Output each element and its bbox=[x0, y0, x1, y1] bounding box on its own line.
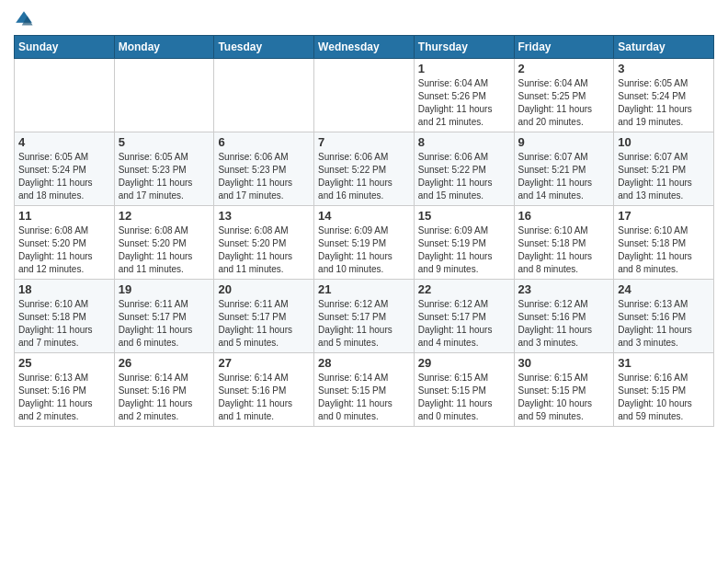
day-info: Sunrise: 6:15 AM Sunset: 5:15 PM Dayligh… bbox=[418, 372, 510, 423]
calendar-cell: 16Sunrise: 6:10 AM Sunset: 5:18 PM Dayli… bbox=[514, 206, 614, 280]
day-number: 2 bbox=[518, 62, 610, 75]
day-info: Sunrise: 6:14 AM Sunset: 5:16 PM Dayligh… bbox=[218, 372, 310, 423]
weekday-header: Monday bbox=[114, 36, 214, 59]
day-number: 4 bbox=[18, 135, 110, 149]
day-number: 25 bbox=[18, 356, 110, 370]
day-info: Sunrise: 6:05 AM Sunset: 5:24 PM Dayligh… bbox=[18, 151, 110, 202]
calendar-week-row: 4Sunrise: 6:05 AM Sunset: 5:24 PM Daylig… bbox=[15, 132, 714, 206]
calendar-cell: 28Sunrise: 6:14 AM Sunset: 5:15 PM Dayli… bbox=[314, 353, 415, 427]
day-info: Sunrise: 6:07 AM Sunset: 5:21 PM Dayligh… bbox=[518, 151, 610, 202]
calendar-cell bbox=[114, 59, 214, 132]
day-info: Sunrise: 6:05 AM Sunset: 5:23 PM Dayligh… bbox=[119, 151, 210, 202]
day-number: 13 bbox=[218, 209, 310, 223]
calendar-cell: 24Sunrise: 6:13 AM Sunset: 5:16 PM Dayli… bbox=[614, 280, 714, 353]
day-info: Sunrise: 6:04 AM Sunset: 5:25 PM Dayligh… bbox=[518, 77, 610, 129]
day-info: Sunrise: 6:10 AM Sunset: 5:18 PM Dayligh… bbox=[618, 224, 710, 276]
calendar-cell: 2Sunrise: 6:04 AM Sunset: 5:25 PM Daylig… bbox=[514, 59, 614, 132]
day-info: Sunrise: 6:09 AM Sunset: 5:19 PM Dayligh… bbox=[318, 224, 410, 276]
calendar-cell: 23Sunrise: 6:12 AM Sunset: 5:16 PM Dayli… bbox=[514, 280, 614, 353]
day-info: Sunrise: 6:15 AM Sunset: 5:15 PM Dayligh… bbox=[518, 372, 610, 423]
day-info: Sunrise: 6:06 AM Sunset: 5:22 PM Dayligh… bbox=[318, 151, 410, 202]
day-number: 10 bbox=[618, 135, 710, 149]
calendar-cell: 22Sunrise: 6:12 AM Sunset: 5:17 PM Dayli… bbox=[414, 280, 514, 353]
day-info: Sunrise: 6:06 AM Sunset: 5:23 PM Dayligh… bbox=[218, 151, 310, 202]
calendar-cell: 13Sunrise: 6:08 AM Sunset: 5:20 PM Dayli… bbox=[214, 206, 314, 280]
day-number: 3 bbox=[618, 62, 710, 75]
day-number: 30 bbox=[518, 356, 610, 370]
calendar-cell: 21Sunrise: 6:12 AM Sunset: 5:17 PM Dayli… bbox=[314, 280, 415, 353]
day-info: Sunrise: 6:14 AM Sunset: 5:15 PM Dayligh… bbox=[318, 372, 410, 423]
calendar-cell: 29Sunrise: 6:15 AM Sunset: 5:15 PM Dayli… bbox=[414, 353, 514, 427]
calendar-cell: 27Sunrise: 6:14 AM Sunset: 5:16 PM Dayli… bbox=[214, 353, 314, 427]
day-info: Sunrise: 6:05 AM Sunset: 5:24 PM Dayligh… bbox=[618, 77, 710, 129]
calendar-cell: 1Sunrise: 6:04 AM Sunset: 5:26 PM Daylig… bbox=[414, 59, 514, 132]
calendar-week-row: 11Sunrise: 6:08 AM Sunset: 5:20 PM Dayli… bbox=[15, 206, 714, 280]
calendar-cell: 20Sunrise: 6:11 AM Sunset: 5:17 PM Dayli… bbox=[214, 280, 314, 353]
calendar-cell: 11Sunrise: 6:08 AM Sunset: 5:20 PM Dayli… bbox=[15, 206, 115, 280]
weekday-header: Saturday bbox=[614, 36, 714, 59]
day-number: 17 bbox=[618, 209, 710, 223]
weekday-header: Sunday bbox=[15, 36, 115, 59]
day-info: Sunrise: 6:08 AM Sunset: 5:20 PM Dayligh… bbox=[18, 224, 110, 276]
day-info: Sunrise: 6:11 AM Sunset: 5:17 PM Dayligh… bbox=[218, 298, 310, 350]
day-info: Sunrise: 6:06 AM Sunset: 5:22 PM Dayligh… bbox=[418, 151, 510, 202]
day-number: 18 bbox=[18, 282, 110, 296]
calendar-week-row: 25Sunrise: 6:13 AM Sunset: 5:16 PM Dayli… bbox=[15, 353, 714, 427]
day-number: 23 bbox=[518, 282, 610, 296]
day-info: Sunrise: 6:07 AM Sunset: 5:21 PM Dayligh… bbox=[618, 151, 710, 202]
day-info: Sunrise: 6:13 AM Sunset: 5:16 PM Dayligh… bbox=[18, 372, 110, 423]
logo-icon bbox=[14, 9, 34, 29]
day-number: 14 bbox=[318, 209, 410, 223]
calendar-cell bbox=[15, 59, 115, 132]
calendar-cell: 30Sunrise: 6:15 AM Sunset: 5:15 PM Dayli… bbox=[514, 353, 614, 427]
day-info: Sunrise: 6:13 AM Sunset: 5:16 PM Dayligh… bbox=[618, 298, 710, 350]
calendar-cell: 8Sunrise: 6:06 AM Sunset: 5:22 PM Daylig… bbox=[414, 132, 514, 206]
day-number: 16 bbox=[518, 209, 610, 223]
calendar-cell: 26Sunrise: 6:14 AM Sunset: 5:16 PM Dayli… bbox=[114, 353, 214, 427]
day-number: 9 bbox=[518, 135, 610, 149]
calendar-cell: 18Sunrise: 6:10 AM Sunset: 5:18 PM Dayli… bbox=[15, 280, 115, 353]
day-info: Sunrise: 6:12 AM Sunset: 5:17 PM Dayligh… bbox=[418, 298, 510, 350]
calendar-cell: 3Sunrise: 6:05 AM Sunset: 5:24 PM Daylig… bbox=[614, 59, 714, 132]
day-number: 11 bbox=[18, 209, 110, 223]
calendar-cell: 25Sunrise: 6:13 AM Sunset: 5:16 PM Dayli… bbox=[15, 353, 115, 427]
day-number: 28 bbox=[318, 356, 410, 370]
day-number: 26 bbox=[119, 356, 210, 370]
calendar-week-row: 18Sunrise: 6:10 AM Sunset: 5:18 PM Dayli… bbox=[15, 280, 714, 353]
calendar-table: SundayMondayTuesdayWednesdayThursdayFrid… bbox=[14, 35, 714, 427]
day-number: 7 bbox=[318, 135, 410, 149]
day-info: Sunrise: 6:04 AM Sunset: 5:26 PM Dayligh… bbox=[418, 77, 510, 129]
day-number: 22 bbox=[418, 282, 510, 296]
day-info: Sunrise: 6:10 AM Sunset: 5:18 PM Dayligh… bbox=[518, 224, 610, 276]
day-info: Sunrise: 6:09 AM Sunset: 5:19 PM Dayligh… bbox=[418, 224, 510, 276]
day-number: 21 bbox=[318, 282, 410, 296]
day-number: 31 bbox=[618, 356, 710, 370]
day-info: Sunrise: 6:14 AM Sunset: 5:16 PM Dayligh… bbox=[119, 372, 210, 423]
day-number: 29 bbox=[418, 356, 510, 370]
day-number: 15 bbox=[418, 209, 510, 223]
weekday-header-row: SundayMondayTuesdayWednesdayThursdayFrid… bbox=[15, 36, 714, 59]
day-number: 12 bbox=[119, 209, 210, 223]
calendar-cell bbox=[214, 59, 314, 132]
calendar-cell: 15Sunrise: 6:09 AM Sunset: 5:19 PM Dayli… bbox=[414, 206, 514, 280]
day-info: Sunrise: 6:10 AM Sunset: 5:18 PM Dayligh… bbox=[18, 298, 110, 350]
day-number: 6 bbox=[218, 135, 310, 149]
calendar-cell: 19Sunrise: 6:11 AM Sunset: 5:17 PM Dayli… bbox=[114, 280, 214, 353]
calendar-cell: 5Sunrise: 6:05 AM Sunset: 5:23 PM Daylig… bbox=[114, 132, 214, 206]
calendar-cell: 4Sunrise: 6:05 AM Sunset: 5:24 PM Daylig… bbox=[15, 132, 115, 206]
weekday-header: Wednesday bbox=[314, 36, 415, 59]
day-info: Sunrise: 6:12 AM Sunset: 5:16 PM Dayligh… bbox=[518, 298, 610, 350]
day-number: 8 bbox=[418, 135, 510, 149]
calendar-cell: 9Sunrise: 6:07 AM Sunset: 5:21 PM Daylig… bbox=[514, 132, 614, 206]
logo bbox=[14, 9, 36, 29]
day-number: 5 bbox=[119, 135, 210, 149]
calendar-week-row: 1Sunrise: 6:04 AM Sunset: 5:26 PM Daylig… bbox=[15, 59, 714, 132]
weekday-header: Tuesday bbox=[214, 36, 314, 59]
calendar-cell bbox=[314, 59, 415, 132]
page-header bbox=[14, 9, 714, 29]
day-info: Sunrise: 6:08 AM Sunset: 5:20 PM Dayligh… bbox=[218, 224, 310, 276]
calendar-cell: 12Sunrise: 6:08 AM Sunset: 5:20 PM Dayli… bbox=[114, 206, 214, 280]
calendar-cell: 17Sunrise: 6:10 AM Sunset: 5:18 PM Dayli… bbox=[614, 206, 714, 280]
day-number: 1 bbox=[418, 62, 510, 75]
day-info: Sunrise: 6:12 AM Sunset: 5:17 PM Dayligh… bbox=[318, 298, 410, 350]
